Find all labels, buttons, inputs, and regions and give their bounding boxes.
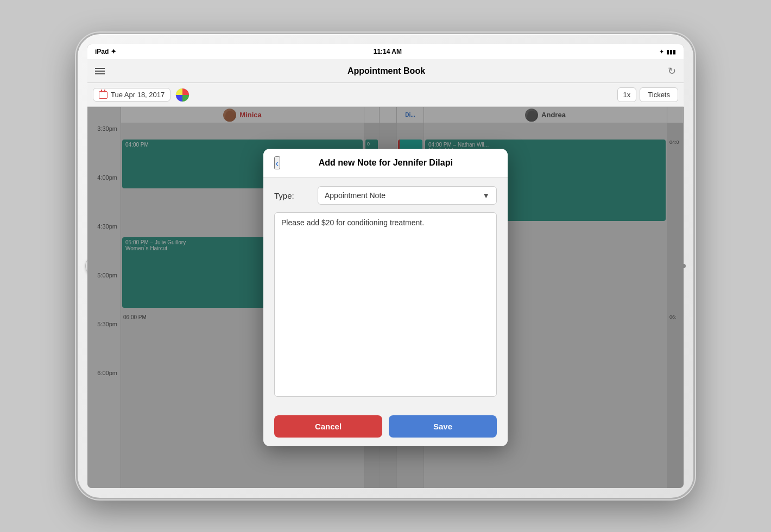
type-row: Type: Appointment Note ▼ (274, 186, 497, 205)
tickets-button[interactable]: Tickets (640, 87, 678, 102)
ipad-label: iPad ✦ (95, 48, 116, 55)
hamburger-line-3 (95, 73, 105, 74)
bluetooth-icon: ✦ (659, 48, 664, 55)
type-label: Type: (274, 191, 318, 200)
nav-bar: Appointment Book ↻ (87, 59, 684, 83)
modal-body: Type: Appointment Note ▼ Please add $20 … (263, 178, 508, 408)
status-right: ✦ ▮▮▮ (659, 48, 676, 55)
zoom-button[interactable]: 1x (617, 87, 637, 102)
status-time: 11:14 AM (374, 48, 402, 55)
modal-header: ‹ Add new Note for Jennifer Dilapi (263, 149, 508, 178)
refresh-button[interactable]: ↻ (668, 65, 676, 77)
calendar-icon (99, 91, 108, 99)
toolbar: Tue Apr 18, 2017 1x Tickets (87, 83, 684, 107)
hamburger-line-2 (95, 71, 105, 72)
modal-overlay: ‹ Add new Note for Jennifer Dilapi Type:… (87, 107, 684, 488)
color-wheel-icon[interactable] (175, 87, 190, 103)
nav-title: Appointment Book (347, 66, 425, 76)
modal-title: Add new Note for Jennifer Dilapi (286, 158, 486, 168)
date-label: Tue Apr 18, 2017 (111, 91, 165, 99)
note-textarea[interactable]: Please add $20 for conditioning treatmen… (274, 212, 497, 397)
type-select-dropdown[interactable]: Appointment Note ▼ (318, 186, 497, 205)
type-select-value: Appointment Note (325, 191, 386, 200)
dropdown-arrow-icon: ▼ (482, 191, 490, 200)
ipad-screen: iPad ✦ 11:14 AM ✦ ▮▮▮ Appointment Book ↻… (87, 44, 684, 488)
hamburger-menu[interactable] (95, 68, 105, 74)
toolbar-right: 1x Tickets (617, 87, 678, 102)
hamburger-line-1 (95, 68, 105, 69)
add-note-modal: ‹ Add new Note for Jennifer Dilapi Type:… (263, 149, 508, 446)
ipad-shell: iPad ✦ 11:14 AM ✦ ▮▮▮ Appointment Book ↻… (76, 33, 695, 499)
cancel-button[interactable]: Cancel (274, 415, 382, 438)
calendar-content: 3:30pm 4:00pm 4:30pm 5:00pm 5:30pm 6:00p… (87, 107, 684, 488)
battery-icon: ▮▮▮ (666, 48, 676, 55)
save-button[interactable]: Save (389, 415, 497, 438)
modal-footer: Cancel Save (263, 408, 508, 446)
date-picker-button[interactable]: Tue Apr 18, 2017 (93, 88, 170, 102)
status-bar: iPad ✦ 11:14 AM ✦ ▮▮▮ (87, 44, 684, 59)
status-left: iPad ✦ (95, 48, 116, 55)
modal-back-button[interactable]: ‹ (274, 156, 280, 169)
